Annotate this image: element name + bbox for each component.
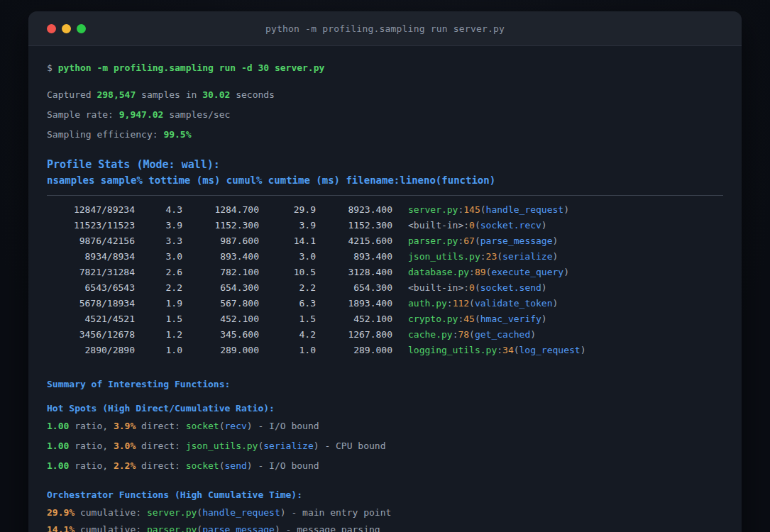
- col-cumtime: 893.400: [316, 249, 392, 265]
- col-cumul-pct: 14.1: [259, 233, 316, 249]
- function-lineno: 45: [463, 314, 475, 324]
- punct-colon: :: [469, 267, 475, 277]
- col-function: <built-in>:0(socket.recv): [408, 218, 547, 233]
- col-sample-pct: 2.6: [135, 265, 182, 280]
- captured-samples-value: 298,547: [97, 89, 136, 100]
- punct-open: (: [469, 329, 475, 340]
- hot-spot-line: 1.00 ratio, 3.9% direct: socket(recv) - …: [47, 419, 723, 434]
- col-cumul-pct: 29.9: [259, 202, 316, 218]
- col-nsamples: 4521/4521: [47, 311, 135, 327]
- col-tottime: 1284.700: [182, 202, 259, 218]
- sample-rate-stat: Sample rate: 9,947.02 samples/sec: [47, 107, 723, 123]
- col-sample-pct: 1.2: [135, 327, 182, 343]
- col-cumtime: 8923.400: [316, 202, 392, 218]
- punct-close: ): [541, 314, 547, 324]
- orch-func: parse_message: [202, 524, 275, 532]
- col-cumtime: 452.100: [316, 311, 392, 327]
- sample-rate-label: Sample rate:: [47, 109, 114, 120]
- col-sample-pct: 3.3: [135, 233, 182, 249]
- orchestrator-title: Orchestrator Functions (High Cumulative …: [47, 487, 723, 503]
- function-lineno: 67: [463, 235, 475, 246]
- punct-close: ): [530, 329, 536, 340]
- function-name: get_cached: [475, 329, 530, 340]
- hotspot-direct-label: direct:: [141, 460, 180, 471]
- hotspot-function: socket(recv): [186, 421, 253, 431]
- col-cumul-pct: 10.5: [259, 265, 316, 280]
- punct-colon: :: [497, 345, 502, 355]
- orch-target: server.py: [147, 507, 197, 518]
- terminal-window: python -m profiling.sampling run server.…: [28, 11, 742, 532]
- hotspot-func: send: [225, 460, 247, 471]
- col-tottime: 452.100: [182, 311, 259, 327]
- hotspot-ratio: 1.00: [47, 440, 69, 451]
- col-tottime: 782.100: [182, 265, 259, 280]
- punct-close: ): [581, 345, 586, 355]
- col-nsamples: 3456/12678: [47, 327, 135, 343]
- punct-open: (: [475, 220, 480, 231]
- punct-open: (: [497, 251, 502, 262]
- punct-open: (: [197, 507, 202, 518]
- maximize-button[interactable]: [77, 24, 86, 33]
- hotspot-pct: 3.9%: [114, 421, 136, 431]
- punct-close: ): [247, 421, 253, 431]
- profile-stats-column-header: nsamples sample% tottime (ms) cumul% cum…: [47, 172, 723, 188]
- minimize-button[interactable]: [62, 24, 71, 33]
- punct-close: ): [247, 460, 253, 471]
- sample-rate-value: 9,947.02: [119, 109, 164, 120]
- function-file: auth.py: [408, 298, 447, 309]
- table-row: 6543/65432.2654.3002.2654.300<built-in>:…: [47, 280, 723, 296]
- orchestrator-line: 29.9% cumulative: server.py(handle_reque…: [47, 505, 723, 521]
- col-function: <built-in>:0(socket.send): [408, 280, 547, 296]
- col-cumtime: 4215.600: [316, 233, 392, 249]
- hotspot-note: - I/O bound: [258, 460, 319, 471]
- terminal-content: $ python -m profiling.sampling run -d 30…: [28, 46, 742, 532]
- table-row: 2890/28901.0289.0001.0289.000logging_uti…: [47, 343, 723, 358]
- punct-colon: :: [463, 282, 469, 293]
- table-row: 3456/126781.2345.6004.21267.800cache.py:…: [47, 327, 723, 343]
- col-sample-pct: 1.9: [135, 296, 182, 311]
- orch-note: - main entry point: [291, 507, 391, 518]
- function-file: json_utils.py: [408, 251, 480, 262]
- orch-pct: 29.9%: [47, 507, 75, 518]
- close-button[interactable]: [47, 24, 56, 33]
- punct-open: (: [475, 235, 480, 246]
- col-nsamples: 11523/11523: [47, 218, 135, 233]
- col-tottime: 345.600: [182, 327, 259, 343]
- col-cumtime: 654.300: [316, 280, 392, 296]
- col-cumtime: 1152.300: [316, 218, 392, 233]
- prompt-symbol: $: [47, 62, 53, 73]
- punct-open: (: [475, 314, 480, 324]
- punct-close: ): [553, 251, 559, 262]
- hotspot-function: json_utils.py(serialize): [186, 440, 319, 451]
- command-line: $ python -m profiling.sampling run -d 30…: [47, 60, 723, 76]
- punct-open: (: [480, 204, 486, 215]
- col-tottime: 567.800: [182, 296, 259, 311]
- command-text: python -m profiling.sampling run -d 30 s…: [58, 62, 325, 73]
- table-row: 8934/89343.0893.4003.0893.400json_utils.…: [47, 249, 723, 265]
- function-lineno: 23: [486, 251, 497, 262]
- punct-open: (: [475, 282, 480, 293]
- function-name: socket.recv: [480, 220, 541, 231]
- function-name: handle_request: [486, 204, 564, 215]
- punct-close: ): [541, 282, 547, 293]
- hotspot-ratio-label: ratio,: [75, 460, 108, 471]
- punct-close: ): [563, 267, 569, 277]
- orch-note: - message parsing: [286, 524, 380, 532]
- punct-colon: :: [480, 251, 486, 262]
- punct-colon: :: [447, 298, 453, 309]
- captured-suffix-label: seconds: [236, 89, 275, 100]
- punct-close: ): [563, 204, 569, 215]
- punct-open: (: [514, 345, 519, 355]
- orch-function: server.py(handle_request): [147, 507, 286, 518]
- function-name: log_request: [519, 345, 581, 355]
- sample-rate-suffix: samples/sec: [169, 109, 230, 120]
- hot-spot-line: 1.00 ratio, 2.2% direct: socket(send) - …: [47, 458, 723, 474]
- col-sample-pct: 2.2: [135, 280, 182, 296]
- col-function: database.py:89(execute_query): [408, 265, 569, 280]
- col-nsamples: 5678/18934: [47, 296, 135, 311]
- punct-colon: :: [463, 220, 469, 231]
- function-lineno: 34: [502, 345, 514, 355]
- window-titlebar: python -m profiling.sampling run server.…: [28, 11, 742, 46]
- hotspot-target: json_utils.py: [186, 440, 258, 451]
- function-lineno: 145: [463, 204, 480, 215]
